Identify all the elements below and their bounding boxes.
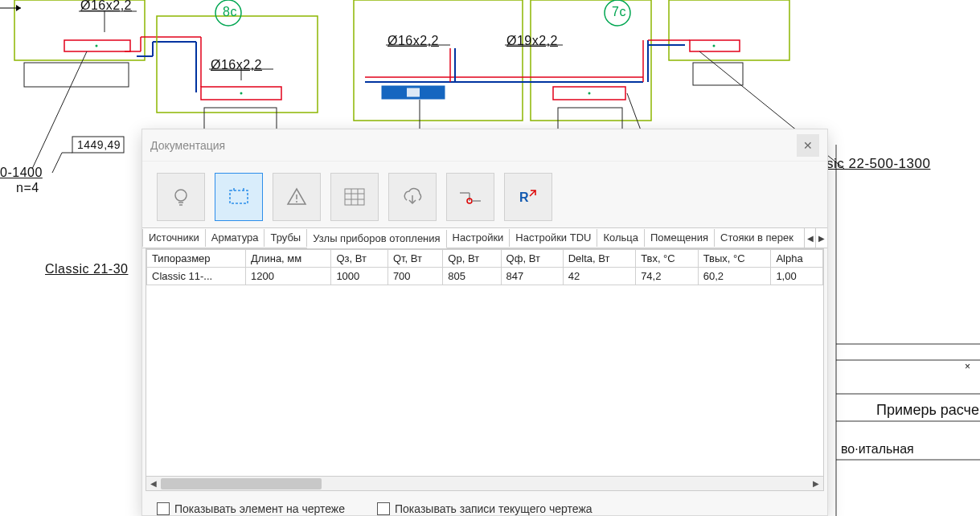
col-qf[interactable]: Qф, Вт — [501, 250, 563, 268]
svg-rect-32 — [383, 87, 444, 98]
tab-fittings[interactable]: Арматура — [206, 229, 265, 247]
cell-alpha[interactable]: 1,00 — [771, 268, 823, 285]
tab-heating-units[interactable]: Узлы приборов отопления — [307, 230, 446, 248]
warning-button[interactable] — [273, 173, 321, 221]
svg-rect-8 — [64, 40, 130, 51]
svg-line-78 — [530, 190, 535, 196]
tab-scroll-buttons: ◀ ▶ — [804, 228, 827, 248]
col-qz[interactable]: Qз, Вт — [331, 250, 388, 268]
svg-marker-61 — [16, 5, 21, 11]
svg-rect-31 — [531, 0, 651, 121]
tab-row: Источники Арматура Трубы Узлы приборов о… — [142, 227, 827, 248]
classic-right: sic 22-500-1300 — [826, 156, 930, 172]
svg-rect-36 — [553, 87, 625, 100]
checkbox-show-current-drawing-records[interactable]: Показывать записи текущего чертежа — [377, 502, 593, 515]
cell-delta[interactable]: 42 — [563, 268, 635, 285]
dialog-footer: Показывать элемент на чертеже Показывать… — [142, 494, 827, 515]
revit-export-icon: R — [518, 187, 539, 207]
svg-rect-55 — [693, 63, 743, 85]
svg-rect-7 — [14, 0, 145, 60]
tab-rooms[interactable]: Помещения — [645, 229, 715, 247]
selection-button[interactable] — [215, 173, 263, 221]
svg-rect-19 — [157, 16, 318, 113]
close-icon: ✕ — [803, 139, 813, 152]
svg-point-46 — [605, 0, 630, 26]
svg-rect-56 — [72, 137, 124, 153]
svg-rect-30 — [354, 0, 523, 121]
col-length[interactable]: Длина, мм — [246, 250, 331, 268]
documentation-dialog: Документация ✕ R Источники Арматура Т — [141, 129, 828, 516]
col-delta[interactable]: Delta, Вт — [563, 250, 635, 268]
lightbulb-button[interactable] — [157, 173, 205, 221]
svg-rect-20 — [201, 87, 281, 100]
col-tout[interactable]: Твых, °C — [698, 250, 771, 268]
cloud-download-button[interactable] — [388, 173, 437, 221]
grid-header-row: Типоразмер Длина, мм Qз, Вт Qт, Вт Qр, В… — [147, 250, 823, 268]
svg-rect-59 — [24, 63, 129, 87]
left-n: n=4 — [16, 181, 39, 195]
checkbox-label: Показывать записи текущего чертежа — [395, 502, 593, 515]
checkbox-icon — [157, 502, 170, 515]
svg-line-10 — [32, 51, 87, 169]
tab-risers[interactable]: Стояки в перек — [715, 229, 799, 247]
tab-scroll-left[interactable]: ◀ — [805, 228, 816, 248]
cell-qp[interactable]: 805 — [443, 268, 501, 285]
dialog-titlebar[interactable]: Документация ✕ — [142, 129, 827, 162]
col-alpha[interactable]: Alpha — [771, 250, 823, 268]
tab-settings[interactable]: Настройки — [447, 229, 511, 247]
table-button[interactable] — [330, 173, 379, 221]
svg-point-37 — [588, 92, 591, 95]
node-8c-label: 8c — [223, 5, 237, 19]
link-pipe-icon — [458, 188, 482, 206]
cell-tin[interactable]: 74,2 — [636, 268, 699, 285]
dim-label-2: Ø16x2,2 — [211, 58, 262, 72]
tab-scroll-right[interactable]: ▶ — [816, 228, 827, 248]
classic-left: Classic 21-30 — [45, 262, 128, 276]
checkbox-show-on-drawing[interactable]: Показывать элемент на чертеже — [157, 502, 345, 515]
svg-point-62 — [175, 190, 187, 201]
cell-qz[interactable]: 1000 — [331, 268, 388, 285]
svg-rect-67 — [345, 189, 364, 205]
cell-typesize[interactable]: Classic 11-... — [147, 268, 246, 285]
svg-rect-49 — [669, 0, 789, 60]
tab-pipes[interactable]: Трубы — [264, 229, 307, 247]
axis-x-arrow — [0, 0, 24, 16]
col-tin[interactable]: Твх, °C — [636, 250, 699, 268]
dim-label: Ø16x2,2 — [80, 0, 132, 13]
tab-settings-tdu[interactable]: Настройки TDU — [510, 229, 597, 247]
dialog-title: Документация — [150, 139, 225, 152]
titleblock-text-1: Примерь расче — [876, 402, 979, 419]
cell-qf[interactable]: 847 — [501, 268, 563, 285]
svg-rect-34 — [420, 87, 444, 98]
svg-point-66 — [296, 201, 297, 203]
scroll-thumb[interactable] — [161, 478, 322, 489]
col-qp[interactable]: Qр, Вт — [443, 250, 501, 268]
close-button[interactable]: ✕ — [797, 134, 819, 157]
col-qt[interactable]: Qт, Вт — [387, 250, 442, 268]
svg-rect-33 — [383, 87, 407, 98]
selection-icon — [227, 186, 251, 208]
node-7c-label: 7c — [612, 5, 626, 19]
link-pipe-button[interactable] — [446, 173, 494, 221]
tag-height: 1449,49 — [77, 138, 121, 151]
data-grid[interactable]: Типоразмер Длина, мм Qз, Вт Qт, Вт Qр, В… — [146, 248, 824, 491]
cell-tout[interactable]: 60,2 — [698, 268, 771, 285]
checkbox-icon — [377, 502, 390, 515]
titleblock-text-2: во·итальная — [841, 442, 914, 457]
col-typesize[interactable]: Типоразмер — [147, 250, 246, 268]
grid-horizontal-scrollbar[interactable]: ◀ ▶ — [146, 476, 823, 490]
cell-qt[interactable]: 700 — [387, 268, 442, 285]
revit-export-button[interactable]: R — [504, 173, 552, 221]
tab-rings[interactable]: Кольца — [597, 229, 645, 247]
scroll-left-icon[interactable]: ◀ — [146, 477, 161, 490]
table-row[interactable]: Classic 11-... 1200 1000 700 805 847 42 … — [147, 268, 823, 285]
svg-point-24 — [215, 0, 241, 26]
dim-label-3: Ø16x2,2 — [387, 34, 439, 48]
svg-text:R: R — [519, 190, 529, 204]
scroll-right-icon[interactable]: ▶ — [809, 477, 823, 490]
tab-sources[interactable]: Источники — [142, 229, 206, 247]
scroll-track[interactable] — [161, 477, 809, 490]
svg-line-58 — [52, 153, 62, 173]
cell-length[interactable]: 1200 — [246, 268, 331, 285]
dim-label-4: Ø19x2,2 — [506, 34, 558, 48]
